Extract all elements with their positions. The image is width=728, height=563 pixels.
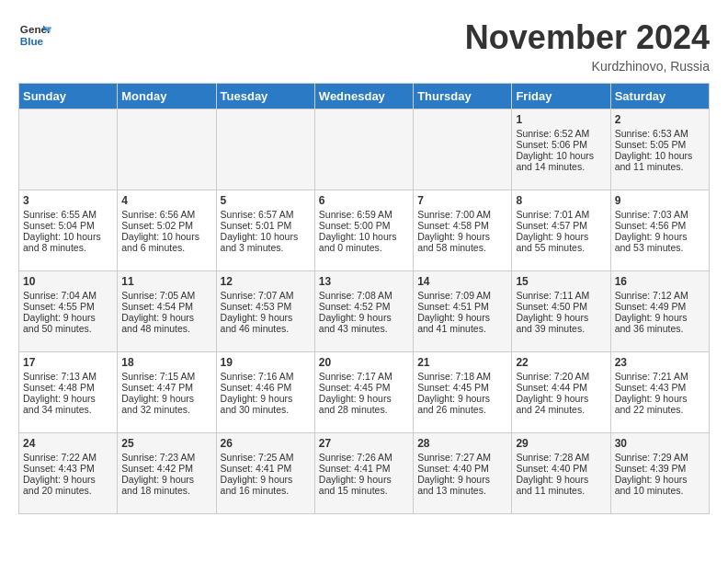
calendar-cell bbox=[314, 109, 413, 190]
cell-info: Sunrise: 7:09 AM bbox=[417, 290, 507, 301]
calendar-header: SundayMondayTuesdayWednesdayThursdayFrid… bbox=[19, 84, 710, 109]
day-number: 19 bbox=[221, 356, 311, 369]
cell-info: Sunrise: 6:52 AM bbox=[516, 128, 606, 139]
calendar-cell: 15Sunrise: 7:11 AMSunset: 4:50 PMDayligh… bbox=[512, 271, 610, 352]
cell-info: Sunset: 4:45 PM bbox=[319, 382, 409, 393]
cell-info: Daylight: 9 hours and 39 minutes. bbox=[516, 312, 606, 334]
day-number: 14 bbox=[417, 275, 507, 288]
calendar-cell: 28Sunrise: 7:27 AMSunset: 4:40 PMDayligh… bbox=[414, 433, 512, 514]
calendar-cell: 22Sunrise: 7:20 AMSunset: 4:44 PMDayligh… bbox=[512, 352, 610, 433]
cell-info: Sunset: 4:48 PM bbox=[23, 382, 113, 393]
day-number: 4 bbox=[121, 194, 211, 207]
header-day-monday: Monday bbox=[118, 84, 216, 109]
calendar-cell bbox=[118, 109, 216, 190]
cell-info: Sunset: 4:56 PM bbox=[615, 220, 705, 231]
cell-info: Sunrise: 7:04 AM bbox=[23, 290, 113, 301]
cell-info: Daylight: 9 hours and 13 minutes. bbox=[417, 474, 507, 496]
cell-info: Sunrise: 6:53 AM bbox=[615, 128, 705, 139]
day-number: 2 bbox=[615, 113, 705, 126]
cell-info: Sunset: 5:04 PM bbox=[23, 220, 113, 231]
cell-info: Sunrise: 7:29 AM bbox=[615, 452, 705, 463]
day-number: 27 bbox=[319, 437, 409, 450]
cell-info: Sunrise: 7:22 AM bbox=[23, 452, 113, 463]
cell-info: Sunset: 4:50 PM bbox=[516, 301, 606, 312]
day-number: 30 bbox=[615, 437, 705, 450]
calendar-cell: 10Sunrise: 7:04 AMSunset: 4:55 PMDayligh… bbox=[19, 271, 118, 352]
header-day-saturday: Saturday bbox=[610, 84, 709, 109]
cell-info: Daylight: 9 hours and 32 minutes. bbox=[121, 393, 211, 415]
day-number: 8 bbox=[516, 194, 606, 207]
cell-info: Sunrise: 7:25 AM bbox=[221, 452, 311, 463]
cell-info: Sunset: 4:41 PM bbox=[221, 463, 311, 474]
cell-info: Daylight: 9 hours and 36 minutes. bbox=[615, 312, 705, 334]
calendar-cell: 2Sunrise: 6:53 AMSunset: 5:05 PMDaylight… bbox=[610, 109, 709, 190]
day-number: 28 bbox=[417, 437, 507, 450]
cell-info: Daylight: 10 hours and 3 minutes. bbox=[221, 231, 311, 253]
calendar-cell: 12Sunrise: 7:07 AMSunset: 4:53 PMDayligh… bbox=[216, 271, 314, 352]
calendar-cell: 23Sunrise: 7:21 AMSunset: 4:43 PMDayligh… bbox=[610, 352, 709, 433]
location: Kurdzhinovo, Russia bbox=[465, 59, 710, 74]
cell-info: Sunrise: 7:15 AM bbox=[121, 371, 211, 382]
calendar-cell: 26Sunrise: 7:25 AMSunset: 4:41 PMDayligh… bbox=[216, 433, 314, 514]
cell-info: Sunrise: 7:28 AM bbox=[516, 452, 606, 463]
calendar-cell: 29Sunrise: 7:28 AMSunset: 4:40 PMDayligh… bbox=[512, 433, 610, 514]
cell-info: Daylight: 9 hours and 53 minutes. bbox=[615, 231, 705, 253]
cell-info: Sunrise: 7:11 AM bbox=[516, 290, 606, 301]
calendar-table: SundayMondayTuesdayWednesdayThursdayFrid… bbox=[18, 83, 710, 514]
day-number: 17 bbox=[23, 356, 113, 369]
calendar-cell: 20Sunrise: 7:17 AMSunset: 4:45 PMDayligh… bbox=[314, 352, 413, 433]
cell-info: Sunrise: 7:23 AM bbox=[121, 452, 211, 463]
svg-text:Blue: Blue bbox=[20, 35, 44, 47]
cell-info: Sunrise: 7:26 AM bbox=[319, 452, 409, 463]
cell-info: Sunset: 4:41 PM bbox=[319, 463, 409, 474]
calendar-cell: 27Sunrise: 7:26 AMSunset: 4:41 PMDayligh… bbox=[314, 433, 413, 514]
cell-info: Daylight: 9 hours and 58 minutes. bbox=[417, 231, 507, 253]
cell-info: Daylight: 9 hours and 16 minutes. bbox=[221, 474, 311, 496]
cell-info: Sunrise: 7:05 AM bbox=[121, 290, 211, 301]
day-number: 25 bbox=[121, 437, 211, 450]
calendar-cell: 18Sunrise: 7:15 AMSunset: 4:47 PMDayligh… bbox=[118, 352, 216, 433]
cell-info: Sunset: 4:54 PM bbox=[121, 301, 211, 312]
calendar-cell: 7Sunrise: 7:00 AMSunset: 4:58 PMDaylight… bbox=[414, 190, 512, 271]
cell-info: Daylight: 10 hours and 11 minutes. bbox=[615, 150, 705, 172]
cell-info: Sunset: 4:42 PM bbox=[121, 463, 211, 474]
calendar-cell: 19Sunrise: 7:16 AMSunset: 4:46 PMDayligh… bbox=[216, 352, 314, 433]
cell-info: Sunset: 5:02 PM bbox=[121, 220, 211, 231]
day-number: 13 bbox=[319, 275, 409, 288]
cell-info: Sunrise: 6:59 AM bbox=[319, 209, 409, 220]
header-day-tuesday: Tuesday bbox=[216, 84, 314, 109]
week-row-4: 17Sunrise: 7:13 AMSunset: 4:48 PMDayligh… bbox=[19, 352, 710, 433]
cell-info: Sunrise: 7:13 AM bbox=[23, 371, 113, 382]
cell-info: Daylight: 9 hours and 50 minutes. bbox=[23, 312, 113, 334]
cell-info: Sunrise: 6:57 AM bbox=[221, 209, 311, 220]
calendar-cell: 14Sunrise: 7:09 AMSunset: 4:51 PMDayligh… bbox=[414, 271, 512, 352]
cell-info: Sunset: 4:49 PM bbox=[615, 301, 705, 312]
cell-info: Sunset: 5:06 PM bbox=[516, 139, 606, 150]
cell-info: Daylight: 9 hours and 28 minutes. bbox=[319, 393, 409, 415]
week-row-5: 24Sunrise: 7:22 AMSunset: 4:43 PMDayligh… bbox=[19, 433, 710, 514]
cell-info: Sunset: 4:44 PM bbox=[516, 382, 606, 393]
cell-info: Daylight: 9 hours and 24 minutes. bbox=[516, 393, 606, 415]
day-number: 23 bbox=[615, 356, 705, 369]
cell-info: Daylight: 10 hours and 14 minutes. bbox=[516, 150, 606, 172]
cell-info: Sunset: 4:40 PM bbox=[417, 463, 507, 474]
day-number: 3 bbox=[23, 194, 113, 207]
cell-info: Sunrise: 6:56 AM bbox=[121, 209, 211, 220]
logo-icon: General Blue bbox=[18, 18, 51, 52]
cell-info: Daylight: 9 hours and 30 minutes. bbox=[221, 393, 311, 415]
day-number: 10 bbox=[23, 275, 113, 288]
calendar-cell bbox=[414, 109, 512, 190]
calendar-cell: 3Sunrise: 6:55 AMSunset: 5:04 PMDaylight… bbox=[19, 190, 118, 271]
cell-info: Sunset: 5:01 PM bbox=[221, 220, 311, 231]
cell-info: Daylight: 9 hours and 48 minutes. bbox=[121, 312, 211, 334]
cell-info: Sunset: 5:05 PM bbox=[615, 139, 705, 150]
cell-info: Daylight: 9 hours and 20 minutes. bbox=[23, 474, 113, 496]
cell-info: Daylight: 9 hours and 46 minutes. bbox=[221, 312, 311, 334]
month-title: November 2024 bbox=[465, 18, 710, 57]
cell-info: Daylight: 9 hours and 22 minutes. bbox=[615, 393, 705, 415]
day-number: 15 bbox=[516, 275, 606, 288]
day-number: 18 bbox=[121, 356, 211, 369]
cell-info: Daylight: 10 hours and 0 minutes. bbox=[319, 231, 409, 253]
header-day-wednesday: Wednesday bbox=[314, 84, 413, 109]
header-day-sunday: Sunday bbox=[19, 84, 118, 109]
